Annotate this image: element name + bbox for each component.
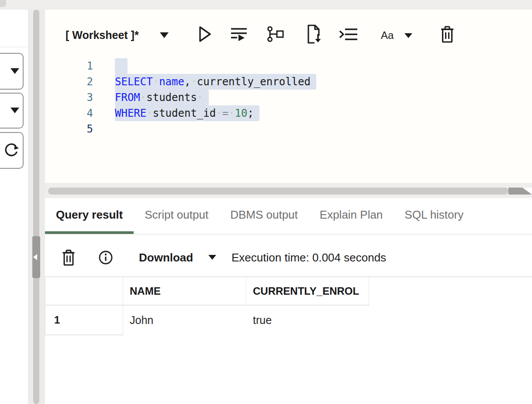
tab-dbms-output[interactable]: DBMS output <box>219 198 309 234</box>
nav-select-button-2[interactable] <box>0 93 24 129</box>
code-line[interactable]: WHERE·student_id·=·10; <box>115 105 259 121</box>
code-token: · <box>140 91 146 104</box>
scrollbar-corner-wedge <box>522 188 532 195</box>
line-number: 1 <box>45 58 93 74</box>
code-token: ; <box>247 107 253 119</box>
code-token: · <box>197 91 203 104</box>
code-line[interactable]: SELECT·name,·currently_enrolled <box>115 74 316 90</box>
grid-top-border <box>45 276 532 277</box>
chevron-down-icon <box>10 68 19 74</box>
code-token: · <box>153 76 159 88</box>
selection-highlight: SELECT·name,·currently_enrolled <box>115 74 316 90</box>
refresh-icon <box>4 142 20 159</box>
code-token: name <box>159 76 184 88</box>
window-top-strip <box>0 0 532 10</box>
grid-vline <box>369 277 369 305</box>
header-cell-currently-enrolled[interactable]: CURRENTLY_ENROL <box>246 278 369 305</box>
line-number: 3 <box>45 90 93 105</box>
sql-worksheet-app: [ Worksheet ]* Aa <box>0 0 532 404</box>
vertical-scrollbar[interactable] <box>33 10 39 404</box>
chevron-down-icon <box>10 108 19 113</box>
code-token: · <box>228 107 235 119</box>
delete-result-icon[interactable] <box>61 249 76 267</box>
refresh-button[interactable] <box>0 132 24 169</box>
header-cell-name[interactable]: NAME <box>123 278 245 305</box>
tab-explain-plan[interactable]: Explain Plan <box>309 198 394 234</box>
line-number: 2 <box>45 74 93 90</box>
nav-select-button-1[interactable] <box>0 53 24 90</box>
code-token: SELECT <box>115 76 153 88</box>
code-token: FROM <box>115 91 140 104</box>
selection-highlight: FROM·students· <box>115 90 209 105</box>
cell-name[interactable]: John <box>123 306 245 334</box>
window-corner-tab <box>0 0 6 7</box>
collapse-left-icon <box>33 254 37 260</box>
tab-sql-history[interactable]: SQL history <box>394 198 474 234</box>
code-token: · <box>216 107 222 119</box>
download-caret-icon[interactable] <box>208 255 216 260</box>
code-token: · <box>146 107 152 119</box>
scrollbar-corner <box>508 188 532 195</box>
panel-splitter-handle[interactable] <box>32 236 40 278</box>
result-toolbar: Download Execution time: 0.004 seconds <box>45 234 532 276</box>
selection-highlight <box>115 58 128 74</box>
code-token: student_id <box>153 107 216 119</box>
cell-currently-enrolled[interactable]: true <box>246 306 369 334</box>
code-token: WHERE <box>115 107 146 119</box>
code-token: students <box>146 91 197 104</box>
execution-time-label: Execution time: 0.004 seconds <box>231 251 386 265</box>
result-tabs: Query resultScript outputDBMS outputExpl… <box>45 198 474 234</box>
worksheet-panel: [ Worksheet ]* Aa <box>45 10 532 183</box>
code-token: , <box>184 76 190 88</box>
header-cell-rownum[interactable] <box>45 278 120 305</box>
code-token: currently_enrolled <box>197 76 311 88</box>
code-line[interactable]: FROM·students· <box>115 90 209 105</box>
code-token: · <box>190 76 197 88</box>
code-token: 10 <box>235 107 248 119</box>
download-button[interactable]: Download <box>139 251 193 265</box>
horizontal-scrollbar[interactable] <box>48 188 508 195</box>
code-token: = <box>222 107 228 119</box>
code-editor[interactable]: 1 2SELECT·name,·currently_enrolled3FROM·… <box>45 10 532 183</box>
line-number: 5 <box>45 121 93 137</box>
tab-script-output[interactable]: Script output <box>134 198 219 234</box>
navigator-divider <box>0 47 28 47</box>
info-icon[interactable] <box>98 250 113 265</box>
selection-highlight: WHERE·student_id·=·10; <box>115 105 259 121</box>
tab-query-result[interactable]: Query result <box>45 198 134 234</box>
grid-row-border <box>45 334 123 335</box>
line-number: 4 <box>45 105 93 121</box>
row-number-cell[interactable]: 1 <box>45 306 122 334</box>
code-line[interactable] <box>115 58 128 74</box>
